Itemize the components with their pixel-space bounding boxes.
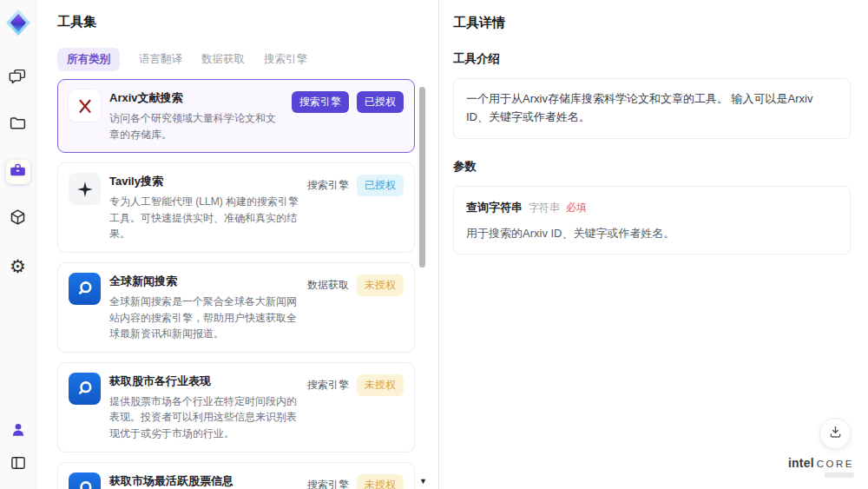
folder-icon [9,115,27,136]
tool-list-panel: 工具集 所有类别 语言翻译 数据获取 搜索引擎 Arxiv文献搜索 访问各个研究… [36,0,438,489]
sidebar-item-packages[interactable] [6,207,30,231]
scroll-down-arrow-icon[interactable]: ▼ [419,477,427,486]
sidebar-item-settings[interactable]: ⚙ [6,254,30,278]
tool-detail-panel: 工具详情 工具介绍 一个用于从Arxiv存储库搜索科学论文和文章的工具。 输入可… [438,0,868,489]
intro-text: 一个用于从Arxiv存储库搜索科学论文和文章的工具。 输入可以是Arxiv ID… [466,92,812,123]
auth-badge: 未授权 [357,474,404,489]
category-badge: 搜索引擎 [307,374,349,396]
panel-toggle-icon [10,454,27,475]
tool-card-list: Arxiv文献搜索 访问各个研究领域大量科学论文和文章的存储库。 搜索引擎 已授… [57,79,415,489]
tool-name: 全球新闻搜索 [109,273,299,289]
tab-data-fetch[interactable]: 数据获取 [201,48,245,71]
parameter-item: 查询字符串字符串必填 用于搜索的Arxiv ID、关键字或作者姓名。 [453,186,851,255]
params-heading: 参数 [453,159,851,175]
tool-card-most-active-stocks[interactable]: 获取市场最活跃股票信息 提供当天交易量最高的股票列表，投资者可以利用这些信息来识… [57,462,415,489]
tool-name: Tavily搜索 [109,173,299,189]
app-logo-icon [3,8,33,37]
list-scrollbar[interactable] [419,76,425,477]
sparkle-icon [69,173,101,205]
tool-card-arxiv[interactable]: Arxiv文献搜索 访问各个研究领域大量科学论文和文章的存储库。 搜索引擎 已授… [57,79,415,153]
param-type: 字符串 [529,202,560,214]
brand-sub-mark [825,472,854,478]
tool-description: 专为人工智能代理 (LLM) 构建的搜索引擎工具。可快速提供实时、准确和真实的结… [109,194,299,242]
param-name: 查询字符串 [466,201,523,214]
tool-card-sector-performance[interactable]: 获取股市各行业表现 提供股票市场各个行业在特定时间段内的表现。投资者可以利用这些… [57,362,415,453]
scrollbar-thumb[interactable] [419,87,425,268]
brand-core-text: CORE [817,459,854,470]
brand-intel-text: intel [788,457,814,469]
chat-icon [9,68,27,89]
tab-search-engine[interactable]: 搜索引擎 [264,48,307,71]
settings-gear-icon: ⚙ [10,257,26,275]
tab-all-categories[interactable]: 所有类别 [57,48,120,71]
intro-heading: 工具介绍 [453,51,851,67]
icon-rail: ⚙ [0,0,36,489]
tool-name: 获取市场最活跃股票信息 [109,472,299,489]
user-icon [10,421,27,442]
tool-description: 提供股票市场各个行业在特定时间段内的表现。投资者可以利用这些信息来识别表现优于或… [109,393,299,442]
tab-language-translation[interactable]: 语言翻译 [139,48,182,71]
app-window: ⚙ 工具 [0,0,868,489]
sidebar-item-files[interactable] [6,113,30,137]
auth-badge: 已授权 [357,91,404,113]
news-search-icon [69,273,101,305]
tool-card-tavily[interactable]: Tavily搜索 专为人工智能代理 (LLM) 构建的搜索引擎工具。可快速提供实… [57,162,415,253]
download-icon [827,424,844,444]
sidebar-item-panel-toggle[interactable] [6,453,30,477]
tool-card-global-news-search[interactable]: 全球新闻搜索 全球新闻搜索是一个聚合全球各大新闻网站内容的搜索引擎，帮助用户快速… [57,262,415,353]
auth-badge: 未授权 [357,274,404,296]
category-tabs: 所有类别 语言翻译 数据获取 搜索引擎 [57,48,438,71]
param-description: 用于搜索的Arxiv ID、关键字或作者姓名。 [466,225,838,242]
arxiv-icon [69,89,101,122]
stock-search-icon [69,373,101,405]
package-icon [9,208,27,230]
auth-badge: 未授权 [357,374,404,396]
sidebar-item-account[interactable] [6,420,30,444]
category-badge: 数据获取 [307,274,349,296]
category-badge: 搜索引擎 [292,91,349,113]
sidebar-item-tools[interactable] [6,160,30,184]
category-badge: 搜索引擎 [307,175,349,196]
page-title: 工具集 [57,14,438,30]
category-badge: 搜索引擎 [307,474,349,489]
toolbox-icon [9,162,27,183]
intel-core-logo: intel CORE [788,457,854,479]
sidebar-item-chat[interactable] [6,66,30,90]
intro-box: 一个用于从Arxiv存储库搜索科学论文和文章的工具。 输入可以是Arxiv ID… [453,78,851,139]
download-button[interactable] [819,418,851,449]
tool-name: 获取股市各行业表现 [109,373,299,389]
auth-badge: 已授权 [357,175,404,196]
tool-description: 访问各个研究领域大量科学论文和文章的存储库。 [109,110,283,142]
param-required-badge: 必填 [566,202,587,214]
tool-description: 全球新闻搜索是一个聚合全球各大新闻网站内容的搜索引擎，帮助用户快速获取全球最新资… [109,294,299,342]
tool-name: Arxiv文献搜索 [109,89,283,106]
detail-title: 工具详情 [453,15,851,31]
stock-search-icon [69,472,101,489]
